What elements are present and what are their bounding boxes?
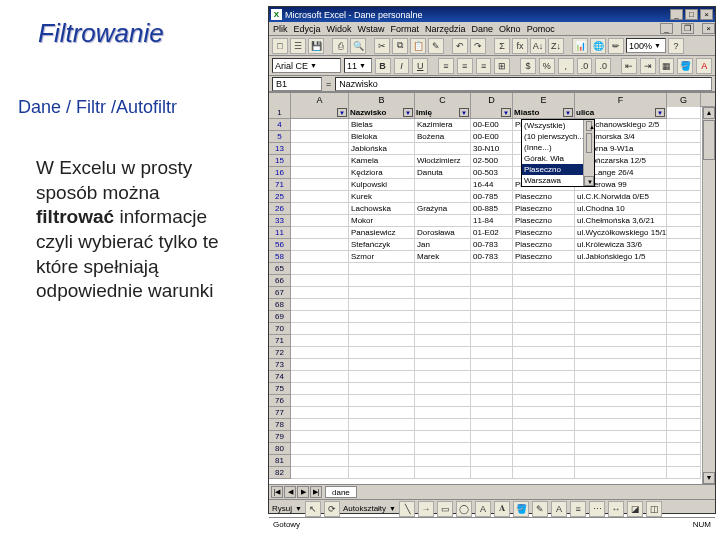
menu-item[interactable]: Plik: [273, 24, 288, 34]
row-header[interactable]: 25: [269, 191, 291, 203]
formula-input[interactable]: Nazwisko: [335, 77, 712, 91]
autofilter-header[interactable]: ulica▼: [575, 107, 667, 119]
cell[interactable]: [667, 263, 701, 275]
cell[interactable]: [349, 407, 415, 419]
cell[interactable]: [667, 419, 701, 431]
cell[interactable]: [513, 383, 575, 395]
row-header[interactable]: 74: [269, 371, 291, 383]
borders-icon[interactable]: ▦: [659, 58, 675, 74]
cell[interactable]: Kamela: [349, 155, 415, 167]
select-all-corner[interactable]: [269, 93, 291, 107]
row-header[interactable]: 71: [269, 179, 291, 191]
cell[interactable]: [415, 335, 471, 347]
line-style-icon[interactable]: ≡: [570, 501, 586, 517]
row-header[interactable]: 73: [269, 359, 291, 371]
cell[interactable]: [667, 455, 701, 467]
cell[interactable]: [291, 443, 349, 455]
cell[interactable]: Panasiewicz: [349, 227, 415, 239]
cell[interactable]: [575, 299, 667, 311]
autofilter-header[interactable]: Imię▼: [415, 107, 471, 119]
cell[interactable]: [415, 371, 471, 383]
scroll-down-icon[interactable]: ▼: [584, 176, 594, 186]
cell[interactable]: Bielas: [349, 119, 415, 131]
autofilter-arrow-icon[interactable]: ▼: [655, 108, 665, 117]
cell[interactable]: 02-500: [471, 155, 513, 167]
doc-minimize-button[interactable]: _: [660, 23, 673, 34]
cell[interactable]: [471, 395, 513, 407]
column-header[interactable]: B: [349, 93, 415, 107]
cell[interactable]: [667, 167, 701, 179]
cell[interactable]: [667, 275, 701, 287]
menu-item[interactable]: Format: [391, 24, 420, 34]
cell[interactable]: [291, 347, 349, 359]
cell[interactable]: [575, 467, 667, 479]
cell[interactable]: [513, 467, 575, 479]
cell[interactable]: Bieloka: [349, 131, 415, 143]
open-icon[interactable]: ☰: [290, 38, 306, 54]
row-header[interactable]: 68: [269, 299, 291, 311]
name-box[interactable]: B1: [272, 77, 322, 91]
cell[interactable]: [291, 431, 349, 443]
preview-icon[interactable]: 🔍: [350, 38, 366, 54]
autofilter-header[interactable]: ▼: [291, 107, 349, 119]
cell[interactable]: Kazimiera: [415, 119, 471, 131]
fill-color-icon[interactable]: 🪣: [677, 58, 693, 74]
cell[interactable]: 00-785: [471, 191, 513, 203]
cell[interactable]: [415, 215, 471, 227]
row-header[interactable]: 33: [269, 215, 291, 227]
cell[interactable]: [513, 263, 575, 275]
autofilter-arrow-icon[interactable]: ▼: [337, 108, 347, 117]
fill-color-icon[interactable]: 🪣: [513, 501, 529, 517]
autofilter-dropdown[interactable]: (Wszystkie) (10 pierwszych...) (Inne...)…: [521, 119, 595, 187]
cell[interactable]: [513, 287, 575, 299]
save-icon[interactable]: 💾: [308, 38, 324, 54]
three-d-icon[interactable]: ◫: [646, 501, 662, 517]
align-right-icon[interactable]: ≡: [476, 58, 492, 74]
doc-close-button[interactable]: ×: [702, 23, 715, 34]
function-icon[interactable]: fx: [512, 38, 528, 54]
font-size-combo[interactable]: 11▼: [344, 58, 372, 73]
cell[interactable]: [291, 371, 349, 383]
cell[interactable]: [291, 311, 349, 323]
cell[interactable]: [291, 227, 349, 239]
cell[interactable]: [667, 347, 701, 359]
cell[interactable]: [575, 431, 667, 443]
cell[interactable]: [513, 323, 575, 335]
cell[interactable]: [667, 131, 701, 143]
cell[interactable]: [415, 263, 471, 275]
autofilter-arrow-icon[interactable]: ▼: [501, 108, 511, 117]
cell[interactable]: [575, 455, 667, 467]
row-header[interactable]: 71: [269, 335, 291, 347]
cell[interactable]: [471, 371, 513, 383]
font-color-icon[interactable]: A: [551, 501, 567, 517]
row-header[interactable]: 56: [269, 239, 291, 251]
cell[interactable]: Mokor: [349, 215, 415, 227]
cell[interactable]: [471, 323, 513, 335]
cell[interactable]: 11-84: [471, 215, 513, 227]
cell[interactable]: [667, 155, 701, 167]
cell[interactable]: [415, 299, 471, 311]
cell[interactable]: [349, 455, 415, 467]
cell[interactable]: [575, 419, 667, 431]
cell[interactable]: [415, 407, 471, 419]
cell[interactable]: [415, 455, 471, 467]
cell[interactable]: [291, 119, 349, 131]
menu-item[interactable]: Edycja: [294, 24, 321, 34]
indent-dec-icon[interactable]: ⇤: [621, 58, 637, 74]
cell[interactable]: [575, 383, 667, 395]
cell[interactable]: Jan: [415, 239, 471, 251]
cell[interactable]: [415, 431, 471, 443]
cell[interactable]: [471, 299, 513, 311]
cell[interactable]: [471, 347, 513, 359]
cell[interactable]: Kulpowski: [349, 179, 415, 191]
cell[interactable]: [291, 167, 349, 179]
cell[interactable]: [291, 359, 349, 371]
cell[interactable]: [667, 227, 701, 239]
cell[interactable]: [667, 203, 701, 215]
cell[interactable]: Piaseczno: [513, 251, 575, 263]
cell[interactable]: [471, 263, 513, 275]
close-button[interactable]: ×: [700, 9, 713, 20]
cell[interactable]: 00-E00: [471, 119, 513, 131]
cell[interactable]: [415, 191, 471, 203]
cell[interactable]: [349, 383, 415, 395]
